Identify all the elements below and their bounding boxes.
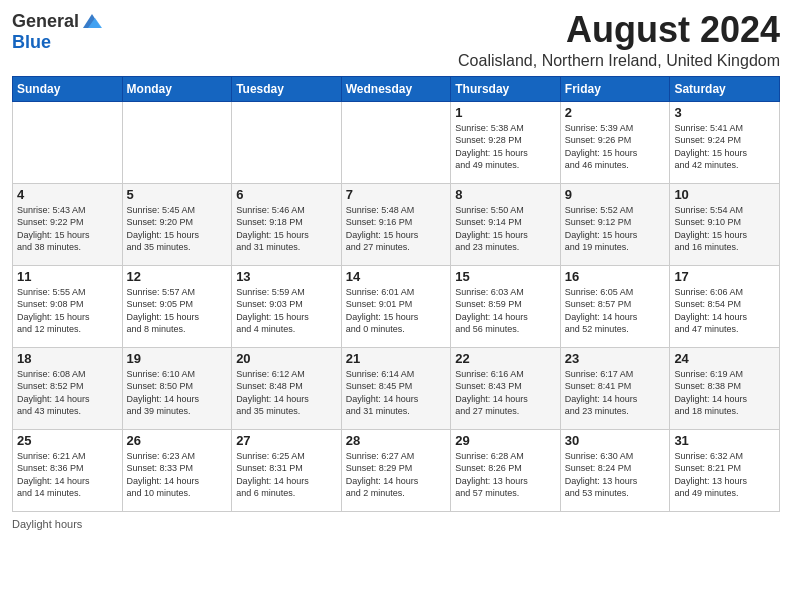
logo-text: General [12,10,103,32]
logo: General Blue [12,10,103,53]
calendar-cell: 9Sunrise: 5:52 AM Sunset: 9:12 PM Daylig… [560,183,670,265]
day-number: 5 [127,187,228,202]
calendar-cell: 7Sunrise: 5:48 AM Sunset: 9:16 PM Daylig… [341,183,451,265]
day-number: 23 [565,351,666,366]
page: General Blue August 2024 Coalisland, Nor… [0,0,792,612]
calendar-cell: 10Sunrise: 5:54 AM Sunset: 9:10 PM Dayli… [670,183,780,265]
day-number: 13 [236,269,337,284]
day-number: 4 [17,187,118,202]
day-info: Sunrise: 5:52 AM Sunset: 9:12 PM Dayligh… [565,204,666,254]
header: General Blue August 2024 Coalisland, Nor… [12,10,780,70]
month-title: August 2024 [458,10,780,50]
title-block: August 2024 Coalisland, Northern Ireland… [458,10,780,70]
calendar-cell [232,101,342,183]
calendar: SundayMondayTuesdayWednesdayThursdayFrid… [12,76,780,512]
day-info: Sunrise: 6:05 AM Sunset: 8:57 PM Dayligh… [565,286,666,336]
day-number: 25 [17,433,118,448]
logo-blue-text: Blue [12,32,51,53]
day-number: 7 [346,187,447,202]
day-info: Sunrise: 5:41 AM Sunset: 9:24 PM Dayligh… [674,122,775,172]
calendar-cell [341,101,451,183]
calendar-cell: 18Sunrise: 6:08 AM Sunset: 8:52 PM Dayli… [13,347,123,429]
day-number: 10 [674,187,775,202]
calendar-cell: 30Sunrise: 6:30 AM Sunset: 8:24 PM Dayli… [560,429,670,511]
day-number: 6 [236,187,337,202]
day-info: Sunrise: 6:19 AM Sunset: 8:38 PM Dayligh… [674,368,775,418]
day-of-week-header: Sunday [13,76,123,101]
day-info: Sunrise: 6:10 AM Sunset: 8:50 PM Dayligh… [127,368,228,418]
day-of-week-header: Tuesday [232,76,342,101]
day-info: Sunrise: 6:27 AM Sunset: 8:29 PM Dayligh… [346,450,447,500]
calendar-cell: 4Sunrise: 5:43 AM Sunset: 9:22 PM Daylig… [13,183,123,265]
calendar-cell: 2Sunrise: 5:39 AM Sunset: 9:26 PM Daylig… [560,101,670,183]
day-info: Sunrise: 6:06 AM Sunset: 8:54 PM Dayligh… [674,286,775,336]
day-number: 1 [455,105,556,120]
calendar-cell: 21Sunrise: 6:14 AM Sunset: 8:45 PM Dayli… [341,347,451,429]
calendar-cell: 19Sunrise: 6:10 AM Sunset: 8:50 PM Dayli… [122,347,232,429]
day-info: Sunrise: 5:46 AM Sunset: 9:18 PM Dayligh… [236,204,337,254]
calendar-cell: 24Sunrise: 6:19 AM Sunset: 8:38 PM Dayli… [670,347,780,429]
calendar-cell: 6Sunrise: 5:46 AM Sunset: 9:18 PM Daylig… [232,183,342,265]
day-number: 16 [565,269,666,284]
day-number: 9 [565,187,666,202]
day-number: 19 [127,351,228,366]
calendar-cell: 22Sunrise: 6:16 AM Sunset: 8:43 PM Dayli… [451,347,561,429]
day-number: 27 [236,433,337,448]
calendar-cell: 12Sunrise: 5:57 AM Sunset: 9:05 PM Dayli… [122,265,232,347]
day-info: Sunrise: 5:59 AM Sunset: 9:03 PM Dayligh… [236,286,337,336]
daylight-hours-label: Daylight hours [12,518,82,530]
day-number: 28 [346,433,447,448]
calendar-cell: 14Sunrise: 6:01 AM Sunset: 9:01 PM Dayli… [341,265,451,347]
day-number: 31 [674,433,775,448]
day-number: 8 [455,187,556,202]
day-number: 21 [346,351,447,366]
day-of-week-header: Thursday [451,76,561,101]
day-info: Sunrise: 6:21 AM Sunset: 8:36 PM Dayligh… [17,450,118,500]
day-info: Sunrise: 5:38 AM Sunset: 9:28 PM Dayligh… [455,122,556,172]
location: Coalisland, Northern Ireland, United Kin… [458,52,780,70]
calendar-cell: 26Sunrise: 6:23 AM Sunset: 8:33 PM Dayli… [122,429,232,511]
calendar-cell: 25Sunrise: 6:21 AM Sunset: 8:36 PM Dayli… [13,429,123,511]
day-info: Sunrise: 5:55 AM Sunset: 9:08 PM Dayligh… [17,286,118,336]
day-number: 3 [674,105,775,120]
calendar-week-row: 18Sunrise: 6:08 AM Sunset: 8:52 PM Dayli… [13,347,780,429]
day-number: 18 [17,351,118,366]
day-number: 30 [565,433,666,448]
calendar-cell: 1Sunrise: 5:38 AM Sunset: 9:28 PM Daylig… [451,101,561,183]
day-number: 20 [236,351,337,366]
day-info: Sunrise: 5:50 AM Sunset: 9:14 PM Dayligh… [455,204,556,254]
calendar-week-row: 25Sunrise: 6:21 AM Sunset: 8:36 PM Dayli… [13,429,780,511]
calendar-cell: 3Sunrise: 5:41 AM Sunset: 9:24 PM Daylig… [670,101,780,183]
day-of-week-header: Monday [122,76,232,101]
day-number: 24 [674,351,775,366]
day-info: Sunrise: 5:39 AM Sunset: 9:26 PM Dayligh… [565,122,666,172]
logo-icon [81,10,103,32]
calendar-cell: 5Sunrise: 5:45 AM Sunset: 9:20 PM Daylig… [122,183,232,265]
day-info: Sunrise: 6:14 AM Sunset: 8:45 PM Dayligh… [346,368,447,418]
calendar-cell: 17Sunrise: 6:06 AM Sunset: 8:54 PM Dayli… [670,265,780,347]
calendar-cell: 23Sunrise: 6:17 AM Sunset: 8:41 PM Dayli… [560,347,670,429]
day-number: 11 [17,269,118,284]
day-number: 29 [455,433,556,448]
day-of-week-header: Wednesday [341,76,451,101]
day-info: Sunrise: 6:08 AM Sunset: 8:52 PM Dayligh… [17,368,118,418]
day-of-week-header: Saturday [670,76,780,101]
day-info: Sunrise: 6:01 AM Sunset: 9:01 PM Dayligh… [346,286,447,336]
calendar-cell [122,101,232,183]
day-info: Sunrise: 6:16 AM Sunset: 8:43 PM Dayligh… [455,368,556,418]
day-number: 17 [674,269,775,284]
day-number: 15 [455,269,556,284]
day-info: Sunrise: 6:32 AM Sunset: 8:21 PM Dayligh… [674,450,775,500]
day-info: Sunrise: 6:25 AM Sunset: 8:31 PM Dayligh… [236,450,337,500]
day-info: Sunrise: 5:48 AM Sunset: 9:16 PM Dayligh… [346,204,447,254]
calendar-cell: 8Sunrise: 5:50 AM Sunset: 9:14 PM Daylig… [451,183,561,265]
day-info: Sunrise: 5:43 AM Sunset: 9:22 PM Dayligh… [17,204,118,254]
day-number: 2 [565,105,666,120]
logo-blue: Blue [12,32,51,52]
calendar-cell [13,101,123,183]
day-info: Sunrise: 6:12 AM Sunset: 8:48 PM Dayligh… [236,368,337,418]
day-number: 26 [127,433,228,448]
day-info: Sunrise: 6:30 AM Sunset: 8:24 PM Dayligh… [565,450,666,500]
day-info: Sunrise: 6:17 AM Sunset: 8:41 PM Dayligh… [565,368,666,418]
day-of-week-header: Friday [560,76,670,101]
